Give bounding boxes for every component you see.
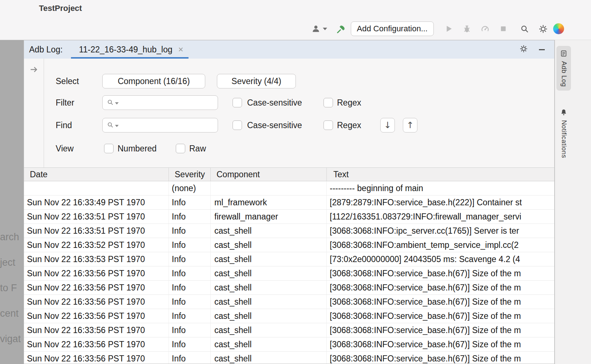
table-row[interactable]: Sun Nov 22 16:33:56 PST 1970 Info cast_s… — [24, 309, 554, 323]
cell-date: Sun Nov 22 16:33:51 PST 1970 — [24, 224, 169, 238]
cell-text: [3068:3068:INFO:service_base.h(67)] Size… — [327, 266, 554, 280]
cell-text: [1122/163351.083729:INFO:firewall_manage… — [327, 210, 554, 223]
table-row[interactable]: Sun Nov 22 16:33:56 PST 1970 Info cast_s… — [24, 337, 554, 352]
cell-date: Sun Nov 22 16:33:56 PST 1970 — [24, 266, 169, 280]
cell-severity: Info — [169, 252, 211, 266]
chevron-down-icon — [323, 28, 327, 30]
column-header-severity[interactable]: Severity — [169, 168, 211, 181]
cell-component: firewall_manager — [211, 210, 327, 223]
filter-regex-label: Regex — [337, 98, 361, 108]
profiler-button[interactable] — [480, 24, 490, 33]
find-regex-checkbox[interactable] — [324, 120, 333, 130]
column-header-component[interactable]: Component — [211, 168, 327, 181]
background-text-fragment: arch — [0, 232, 19, 243]
debug-bug-icon — [462, 24, 472, 33]
cell-severity: Info — [169, 224, 211, 238]
filter-case-sensitive-checkbox[interactable] — [233, 98, 242, 107]
tab-close-icon[interactable]: × — [178, 45, 183, 54]
find-case-sensitive-label: Case-sensitive — [247, 120, 302, 130]
stop-button[interactable] — [499, 24, 508, 33]
cell-text: [3068:3068:INFO:service_base.h(67)] Size… — [327, 352, 554, 364]
table-row[interactable]: Sun Nov 22 16:33:56 PST 1970 Info cast_s… — [24, 281, 554, 295]
table-row[interactable]: Sun Nov 22 16:33:51 PST 1970 Info cast_s… — [24, 224, 554, 238]
titlebar: TestProject Add Configuration... — [0, 0, 591, 40]
search-everywhere-button[interactable] — [520, 24, 529, 34]
cell-text: [3068:3068:INFO:ipc_server.cc(1765)] Ser… — [327, 224, 554, 238]
table-row[interactable]: Sun Nov 22 16:33:56 PST 1970 Info cast_s… — [24, 352, 554, 364]
table-row[interactable]: Sun Nov 22 16:33:49 PST 1970 Info ml_fra… — [24, 195, 554, 210]
background-text-fragment: cent — [0, 308, 19, 319]
cell-text: [3068:3068:INFO:service_base.h(67)] Size… — [327, 309, 554, 323]
tool-window-tab-adb-log[interactable]: Adb Log — [556, 46, 571, 91]
minimize-panel-button[interactable] — [539, 49, 545, 50]
filter-row: Filter Case-sensitive Regex — [24, 95, 554, 110]
build-hammer-button[interactable] — [336, 24, 346, 34]
run-button[interactable] — [444, 24, 453, 33]
cell-text: [73:0x2e00000000] 24043505 ms: Scavenge … — [327, 252, 554, 266]
debug-button[interactable] — [462, 24, 472, 33]
tool-window-tab-label: Notifications — [560, 120, 568, 158]
table-row[interactable]: Sun Nov 22 16:33:56 PST 1970 Info cast_s… — [24, 295, 554, 309]
gear-icon — [519, 44, 528, 53]
find-case-sensitive-checkbox[interactable] — [233, 120, 242, 130]
filter-case-sensitive-label: Case-sensitive — [247, 98, 302, 108]
user-icon — [311, 24, 321, 33]
table-row[interactable]: Sun Nov 22 16:33:53 PST 1970 Info cast_s… — [24, 252, 554, 266]
add-configuration-button[interactable]: Add Configuration... — [351, 21, 434, 36]
cell-component: cast_shell — [211, 252, 327, 266]
cell-date: Sun Nov 22 16:33:56 PST 1970 — [24, 309, 169, 323]
log-file-tab-label: 11-22_16-33-49_hub_log — [79, 45, 172, 55]
view-row: View Numbered Raw — [24, 141, 554, 156]
panel-settings-button[interactable] — [519, 44, 528, 55]
background-text-fragment: to F — [0, 282, 17, 294]
settings-button[interactable] — [538, 24, 548, 34]
profiler-gauge-icon — [480, 24, 490, 33]
select-label: Select — [56, 76, 79, 86]
filter-label: Filter — [56, 98, 74, 108]
cell-date: Sun Nov 22 16:33:56 PST 1970 — [24, 295, 169, 309]
cell-severity: Info — [169, 352, 211, 364]
table-row[interactable]: Sun Nov 22 16:33:56 PST 1970 Info cast_s… — [24, 266, 554, 281]
cell-date: Sun Nov 22 16:33:56 PST 1970 — [24, 337, 169, 351]
find-input[interactable] — [102, 118, 218, 132]
table-row[interactable]: Sun Nov 22 16:33:52 PST 1970 Info cast_s… — [24, 238, 554, 252]
filter-regex-checkbox[interactable] — [324, 98, 333, 107]
cell-text: [3068:3068:INFO:service_base.h(67)] Size… — [327, 323, 554, 337]
tool-window-tab-label: Adb Log — [560, 61, 568, 87]
table-row[interactable]: Sun Nov 22 16:33:51 PST 1970 Info firewa… — [24, 210, 554, 224]
find-previous-button[interactable]: ↑ — [403, 118, 417, 132]
severity-filter-button[interactable]: Severity (4/4) — [217, 74, 296, 88]
cell-component: cast_shell — [211, 295, 327, 309]
cell-component: cast_shell — [211, 238, 327, 252]
cell-text: [3068:3068:INFO:ambient_temp_service_imp… — [327, 238, 554, 252]
arrow-right-icon — [29, 64, 39, 75]
tool-window-tab-notifications[interactable]: Notifications — [556, 105, 571, 162]
find-label: Find — [56, 120, 72, 130]
column-header-date[interactable]: Date — [24, 168, 169, 181]
user-profile-button[interactable] — [311, 24, 327, 33]
hammer-icon — [336, 24, 346, 34]
component-filter-button[interactable]: Component (16/16) — [102, 74, 205, 88]
cell-severity: Info — [169, 309, 211, 323]
log-document-icon — [560, 50, 568, 58]
cell-component: cast_shell — [211, 224, 327, 238]
background-text-fragment: ject — [0, 257, 15, 268]
cell-component: cast_shell — [211, 281, 327, 294]
cell-severity: Info — [169, 238, 211, 252]
cell-component: cast_shell — [211, 266, 327, 280]
column-header-text[interactable]: Text — [327, 168, 554, 181]
app-window: TestProject Add Configuration... — [0, 0, 591, 364]
filter-input[interactable] — [102, 95, 218, 110]
raw-checkbox[interactable] — [176, 144, 185, 153]
numbered-label: Numbered — [118, 144, 156, 154]
numbered-checkbox[interactable] — [104, 144, 114, 153]
cell-component: cast_shell — [211, 309, 327, 323]
cell-severity: Info — [169, 281, 211, 294]
cell-date: Sun Nov 22 16:33:56 PST 1970 — [24, 281, 169, 294]
table-row[interactable]: Sun Nov 22 16:33:56 PST 1970 Info cast_s… — [24, 323, 554, 337]
find-next-button[interactable]: ↓ — [380, 118, 395, 132]
background-editor-area: arch ject to F cent vigat — [0, 40, 24, 364]
table-row[interactable]: (none) --------- beginning of main — [24, 181, 554, 195]
gear-icon — [538, 24, 548, 34]
log-file-tab[interactable]: 11-22_16-33-49_hub_log × — [71, 40, 189, 59]
